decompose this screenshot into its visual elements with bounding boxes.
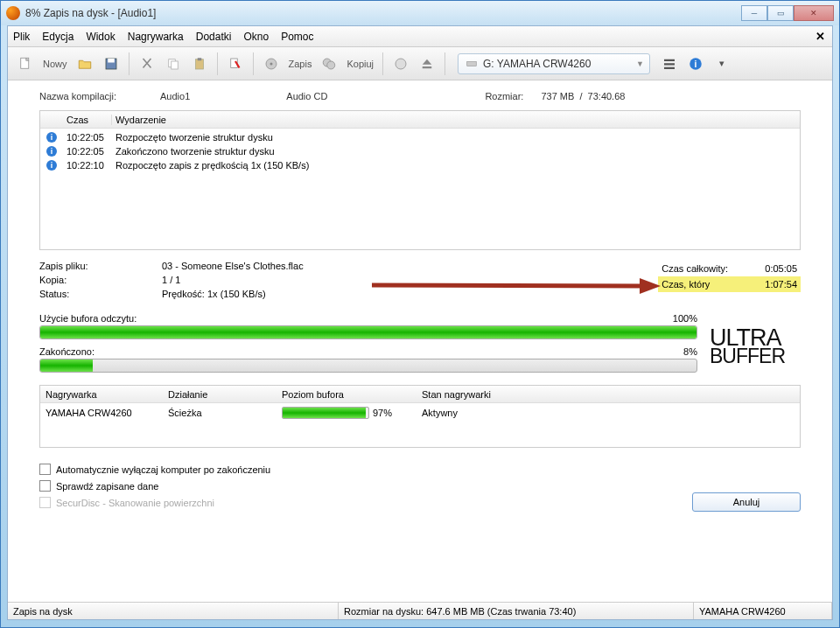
bt-h-state: Stan nagrywarki [416,389,800,400]
sb-size: Rozmiar na dysku: 647.6 MB MB (Czas trwa… [339,603,694,619]
sb-drive: YAMAHA CRW4260 [694,603,832,619]
menu-extras[interactable]: Dodatki [196,31,232,43]
close-button[interactable]: ✕ [794,5,834,21]
copy-value: 1 / 1 [162,275,180,285]
status-label: Status: [39,289,162,299]
status-area: Zapis pliku:03 - Someone Else's Clothes.… [39,261,801,299]
menu-help[interactable]: Pomoc [281,31,313,43]
comp-type: Audio CD [286,91,327,101]
tools-icon[interactable] [223,52,248,76]
event-log[interactable]: Czas Wydarzenie i 10:22:05Rozpoczęto two… [39,110,801,250]
svg-rect-14 [467,61,477,66]
new-doc-icon[interactable] [13,52,38,76]
svg-point-9 [270,62,272,65]
app-icon [6,6,20,20]
svg-rect-6 [197,58,201,60]
minimize-button[interactable]: ─ [741,5,767,21]
burn-icon[interactable] [259,52,284,76]
menu-window[interactable]: Okno [243,31,269,43]
buffer-use-label: Użycie bufora odczytu: [39,313,673,324]
window-title: 8% Zapis na dysk - [Audio1] [25,7,741,19]
svg-point-12 [396,59,406,69]
new-label[interactable]: Nowy [39,59,71,69]
bt-h-buffer: Poziom bufora [276,389,416,400]
comp-name-label: Nazwa kompilacji: [39,91,116,101]
cancel-button[interactable]: Anuluj [692,492,801,512]
options-area: Automatycznie wyłączaj komputer po zakoń… [39,464,801,508]
copy-icon[interactable] [161,52,186,76]
log-col-event: Wydarzenie [112,115,800,125]
burner-row: YAMAHA CRW4260 Ścieżka 97% Aktywny [40,403,800,422]
info-badge-icon: i [46,132,57,143]
file-value: 03 - Someone Else's Clothes.flac [162,261,304,271]
total-time-label: Czas całkowity: [662,263,740,274]
svg-rect-4 [171,61,178,69]
svg-line-20 [372,285,645,286]
file-label: Zapis pliku: [39,261,162,271]
menu-edit[interactable]: Edycja [42,31,74,43]
read-buffer-bar [39,325,697,339]
info-badge-icon: i [46,146,57,157]
menu-recorder[interactable]: Nagrywarka [128,31,184,43]
copy-disc-label[interactable]: Kopiuj [343,59,377,69]
copy-disc-icon[interactable] [317,52,341,76]
open-icon[interactable] [73,52,97,76]
paste-icon[interactable] [187,52,212,76]
check-shutdown[interactable]: Automatycznie wyłączaj komputer po zakoń… [39,464,801,475]
progress-bar [39,359,697,373]
statusbar: Zapis na dysk Rozmiar na dysku: 647.6 MB… [8,602,832,619]
svg-rect-16 [664,63,675,65]
bt-h-recorder: Nagrywarka [40,389,163,400]
total-time-value: 0:05:05 [765,263,797,274]
svg-rect-13 [423,66,432,68]
log-row: i 10:22:05Rozpoczęto tworzenie struktur … [40,130,800,144]
overflow-icon[interactable]: ▾ [710,52,734,76]
window-frame: 8% Zapis na dysk - [Audio1] ─ ▭ ✕ Plik E… [0,0,840,628]
svg-rect-15 [664,59,675,60]
burn-label[interactable]: Zapis [285,59,316,69]
mdi-close-icon[interactable]: ✕ [816,30,825,43]
menu-file[interactable]: Plik [13,31,30,43]
burner-table: Nagrywarka Działanie Poziom bufora Stan … [39,385,801,448]
chevron-down-icon: ▼ [636,59,644,68]
log-col-time: Czas [63,115,112,125]
sb-status: Zapis na dysk [8,603,339,619]
disc-icon[interactable] [388,52,413,76]
comp-name-value: Audio1 [160,91,190,101]
log-row: i 10:22:10Rozpoczęto zapis z prędkością … [40,158,800,172]
comp-size-label: Rozmiar: [485,91,523,101]
toolbar: Nowy Zapis Kopiuj G: YAMAHA CRW4260 ▼ [8,47,832,80]
drive-selector[interactable]: G: YAMAHA CRW4260 ▼ [458,53,650,74]
drive-name: G: YAMAHA CRW4260 [483,58,591,70]
burner-buffer-bar [282,407,369,419]
check-securdisc: SecurDisc - Skanowanie powierzchni [39,497,801,508]
list-icon[interactable] [657,52,682,76]
drive-icon [466,58,478,70]
bt-h-action: Działanie [163,389,276,400]
svg-rect-5 [195,59,203,68]
maximize-button[interactable]: ▭ [767,5,794,21]
copy-label: Kopia: [39,275,162,285]
cut-icon[interactable] [135,52,159,76]
menu-view[interactable]: Widok [86,31,115,43]
time-box: Czas całkowity:0:05:05 Czas, który1:07:5… [658,261,801,292]
remain-time-value: 1:07:54 [765,279,797,290]
save-icon[interactable] [99,52,123,76]
svg-point-11 [327,61,335,69]
svg-rect-17 [664,66,675,68]
eject-icon[interactable] [415,52,439,76]
comp-duration: 73:40.68 [588,91,626,101]
info-badge-icon: i [46,160,57,171]
svg-text:i: i [695,58,697,68]
done-label: Zakończono: [39,346,683,357]
titlebar[interactable]: 8% Zapis na dysk - [Audio1] ─ ▭ ✕ [1,1,839,25]
done-pct: 8% [683,346,697,357]
remain-time-label: Czas, który [662,279,740,290]
svg-rect-2 [108,59,115,63]
check-verify[interactable]: Sprawdź zapisane dane [39,480,801,492]
info-icon[interactable]: i [683,52,708,76]
log-row: i 10:22:05Zakończono tworzenie struktur … [40,144,800,158]
compilation-info: Nazwa kompilacji: Audio1 Audio CD Rozmia… [39,91,801,101]
speed-value: Prędkość: 1x (150 KB/s) [162,289,266,299]
menubar: Plik Edycja Widok Nagrywarka Dodatki Okn… [8,26,832,47]
